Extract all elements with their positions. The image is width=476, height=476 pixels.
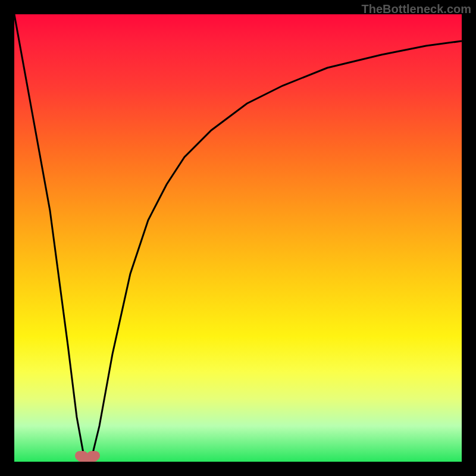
chart-frame: TheBottleneck.com xyxy=(0,0,476,476)
attribution-watermark: TheBottleneck.com xyxy=(362,2,471,16)
min-marker-base xyxy=(77,456,98,462)
bottleneck-curve xyxy=(14,14,462,462)
bottleneck-curve-path xyxy=(14,14,462,458)
